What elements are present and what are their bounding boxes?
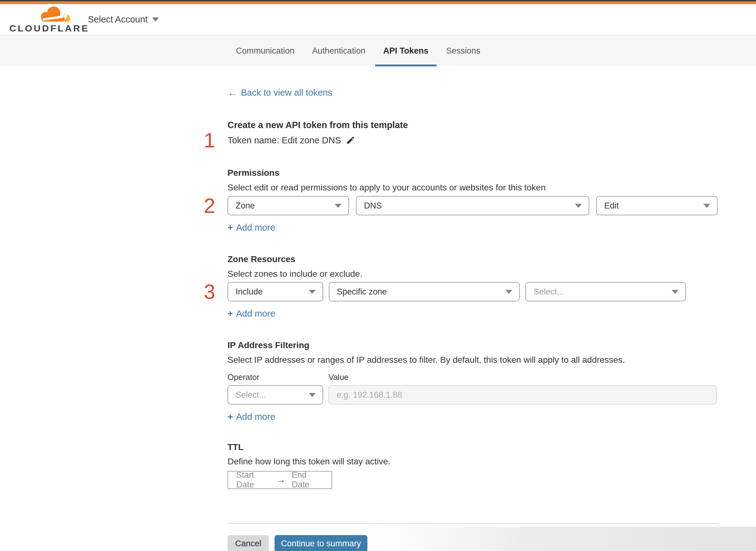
ip-filtering-input-row: Select... [227,385,718,405]
step-number-1: 1 [204,130,215,150]
ip-filtering-title: IP Address Filtering [227,340,718,350]
ip-value-input [328,385,717,405]
token-name-row: 1 Token name: Edit zone DNS [227,135,718,146]
account-selector-label: Select Account [88,14,148,25]
permissions-add-more-label: Add more [236,222,275,233]
continue-to-summary-button[interactable]: Continue to summary [274,535,367,551]
step-number-3: 3 [204,282,215,302]
zone-picker-placeholder: Select... [534,287,564,297]
permission-resource-value: DNS [364,201,382,211]
step-number-2: 2 [204,195,215,216]
footer-actions: Cancel Continue to summary [227,535,718,551]
account-selector[interactable]: Select Account [88,14,159,25]
back-to-tokens-link[interactable]: ← Back to view all tokens [227,88,332,98]
chevron-down-icon [309,290,316,294]
header: CLOUDFLARE Select Account [0,4,756,35]
cancel-button[interactable]: Cancel [227,535,269,551]
tab-row: Communication Authentication API Tokens … [236,35,480,66]
tab-api-tokens[interactable]: API Tokens [383,35,429,66]
ttl-date-range-picker[interactable]: Start Date → End Date [227,471,332,489]
tab-authentication[interactable]: Authentication [312,35,365,66]
zone-resources-select-row: 3 Include Specific zone Select... [227,282,718,302]
plus-icon: + [227,222,233,233]
tab-communication[interactable]: Communication [236,35,294,66]
permissions-description: Select edit or read permissions to apply… [227,182,718,192]
zone-type-select[interactable]: Specific zone [329,282,520,302]
ip-filtering-description: Select IP addresses or ranges of IP addr… [227,355,718,365]
permissions-select-row: 2 Zone DNS Edit [227,196,718,215]
chevron-down-icon [309,393,316,397]
zone-mode-select[interactable]: Include [227,282,323,302]
ip-operator-placeholder: Select... [235,390,266,400]
arrow-right-icon: → [277,475,285,485]
permission-resource-select[interactable]: DNS [356,196,589,215]
page-title: Create a new API token from this templat… [227,120,718,130]
permission-scope-value: Zone [235,201,255,211]
zone-resources-description: Select zones to include or exclude. [227,268,718,279]
permission-scope-select[interactable]: Zone [227,196,349,215]
permission-access-value: Edit [604,201,619,211]
ip-filtering-add-more-link[interactable]: + Add more [227,411,275,422]
footer-divider [227,523,718,524]
chevron-down-icon [335,204,341,208]
permissions-add-more-link[interactable]: + Add more [227,222,275,233]
chevron-down-icon [703,204,710,208]
edit-token-name-button[interactable] [346,135,355,145]
chevron-down-icon [506,290,512,294]
plus-icon: + [227,308,233,319]
zone-resources-add-more-label: Add more [236,308,275,319]
token-name-text: Token name: Edit zone DNS [227,135,341,146]
back-arrow-icon: ← [227,88,237,97]
ip-filtering-add-more-label: Add more [236,411,275,422]
cloudflare-cloud-icon [36,6,74,22]
zone-mode-value: Include [235,287,263,297]
tab-sessions[interactable]: Sessions [446,35,481,66]
start-date-field[interactable]: Start Date [236,470,270,490]
ttl-title: TTL [227,442,718,452]
top-accent-orange-bar [0,1,756,4]
plus-icon: + [227,411,233,422]
tab-bar: Communication Authentication API Tokens … [0,35,756,66]
main-content: ← Back to view all tokens Create a new A… [227,66,718,551]
cloudflare-logo-text: CLOUDFLARE [9,23,70,34]
chevron-down-icon [575,204,582,208]
ttl-description: Define how long this token will stay act… [227,456,718,467]
zone-type-value: Specific zone [337,287,387,297]
ip-operator-select[interactable]: Select... [227,385,323,405]
end-date-field[interactable]: End Date [292,470,323,490]
value-label: Value [328,373,349,382]
permission-access-select[interactable]: Edit [596,196,718,215]
zone-resources-title: Zone Resources [227,254,718,264]
chevron-down-icon [672,290,678,294]
permissions-title: Permissions [227,168,718,178]
zone-picker-select[interactable]: Select... [525,282,686,302]
back-link-label: Back to view all tokens [241,88,332,98]
ip-filtering-labels: Operator Value [227,373,718,382]
zone-resources-add-more-link[interactable]: + Add more [227,308,275,319]
chevron-down-icon [152,17,159,21]
pencil-icon [346,135,355,145]
cloudflare-logo[interactable]: CLOUDFLARE [9,6,70,34]
operator-label: Operator [227,373,328,382]
